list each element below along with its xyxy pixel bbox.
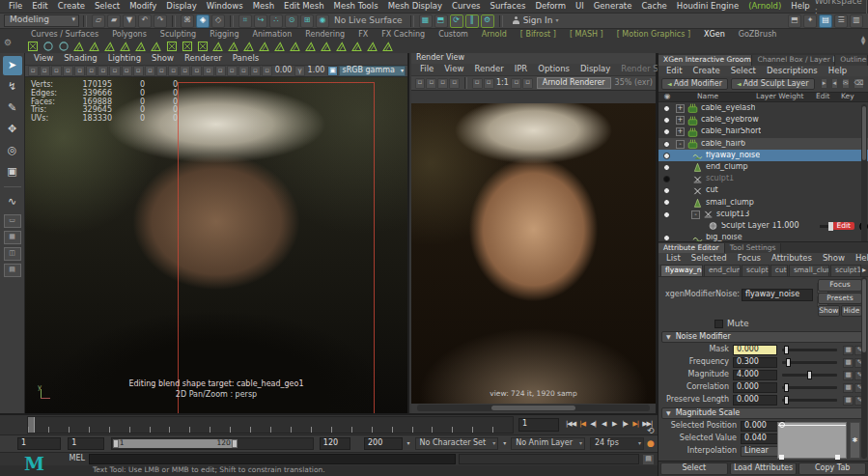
xgen-place-guides-icon[interactable] — [102, 40, 117, 53]
shelf-tab-fx[interactable]: FX — [352, 31, 374, 40]
magnitude-scale-section-header[interactable]: ▼ Magnitude Scale — [661, 407, 865, 419]
add-sculpt-layer-button[interactable]: ◄Add Sculpt Layer — [731, 78, 815, 91]
go-to-start-button[interactable]: |◀◀ — [565, 419, 576, 432]
current-frame-field[interactable]: 1 — [518, 418, 559, 432]
menu-modify[interactable]: Modify — [125, 0, 161, 12]
redo-render-icon[interactable]: ▫ — [415, 78, 426, 89]
tree-row-cut[interactable]: cut — [658, 185, 868, 197]
groom-sculpt-icon[interactable] — [380, 40, 395, 53]
layer-weight-slider[interactable] — [820, 225, 829, 228]
groom-length-icon[interactable] — [241, 40, 256, 53]
groom-comb-icon[interactable] — [226, 40, 240, 53]
slider-handle[interactable] — [828, 222, 833, 231]
ramp-widget[interactable] — [777, 422, 847, 459]
paint-select-tool[interactable]: ✎ — [3, 98, 22, 118]
shelf-tab-gozbrush[interactable]: GoZBrush — [733, 31, 783, 40]
play-backwards-button[interactable]: ◀ — [599, 419, 608, 432]
next-frame-button[interactable]: |▶ — [620, 419, 630, 432]
bookmark-icon[interactable]: ▫ — [63, 66, 73, 76]
open-scene-icon[interactable]: ▰ — [107, 14, 121, 28]
remove-image-icon[interactable]: ▫ — [522, 78, 533, 89]
visibility-toggle[interactable] — [658, 235, 674, 241]
select-hierarchy-icon[interactable]: ⌘ — [181, 14, 194, 28]
select-tool[interactable]: ➤ — [3, 56, 22, 75]
shelf-tab-curves-surfaces[interactable]: Curves / Surfaces — [25, 31, 104, 40]
xgen-length-icon[interactable] — [133, 40, 148, 53]
render-view-menu-options[interactable]: Options — [533, 65, 574, 73]
xgen-editor-toggle-icon[interactable]: ✦ — [803, 14, 817, 28]
xgen-guide-icon[interactable] — [71, 40, 86, 53]
visibility-toggle[interactable] — [658, 105, 674, 112]
xgen-comb-icon[interactable] — [87, 40, 101, 53]
menu-deform[interactable]: Deform — [530, 0, 571, 12]
zoom-one-to-one-button[interactable]: 1:1 — [496, 79, 509, 88]
viewport-menu-panels[interactable]: Panels — [228, 54, 264, 63]
snap-projected-center-icon[interactable]: ⊙ — [285, 14, 298, 28]
ae-menu-help[interactable]: Help — [851, 254, 868, 263]
groom-menu-edit[interactable]: Edit — [661, 67, 686, 75]
menu-mesh-tools[interactable]: Mesh Tools — [329, 0, 383, 12]
shelf-tab-rigging[interactable]: Rigging — [204, 31, 244, 40]
groom-menu-create[interactable]: Create — [687, 67, 724, 75]
select-component-icon[interactable]: ◇ — [211, 14, 225, 28]
render-view-menu-render[interactable]: Render — [469, 65, 508, 73]
textured-icon[interactable]: ▫ — [191, 66, 202, 76]
arnold-renderer-dropdown[interactable]: Arnold Renderer — [537, 77, 611, 90]
menu-windows[interactable]: Windows — [202, 0, 248, 12]
menu-help[interactable]: Help — [786, 0, 814, 12]
sign-in-button[interactable]: Sign In▾ — [513, 16, 559, 26]
groom-smooth-icon[interactable] — [319, 40, 333, 53]
tree-row-cable-hair6[interactable]: -cable_hair6 — [658, 138, 868, 150]
presets-button[interactable]: Presets — [818, 293, 862, 304]
attribute-value-field[interactable]: 4.000 — [733, 370, 777, 380]
attribute-slider[interactable] — [782, 361, 837, 364]
attribute-editor-vscrollbar[interactable] — [861, 277, 867, 459]
menu-surfaces[interactable]: Surfaces — [486, 0, 531, 12]
attribute-value-field[interactable]: 0.000 — [733, 382, 777, 393]
xgen-groom-tool[interactable]: ∿ — [3, 192, 22, 211]
ae-menu-selected[interactable]: Selected — [686, 254, 732, 263]
shelf-tab-bifrost[interactable]: [ Bifrost ] — [515, 31, 562, 40]
noise-modifier-section-header[interactable]: ▼ Noise Modifier — [661, 331, 865, 343]
chevron-icon[interactable]: ▾ — [403, 437, 415, 450]
multisample-aa-icon[interactable]: ▫ — [250, 66, 261, 76]
anim-layer-dropdown[interactable]: No Anim Layer — [511, 437, 585, 450]
xgen-density-icon[interactable] — [118, 40, 132, 53]
ae-menu-focus[interactable]: Focus — [733, 254, 766, 263]
animation-start-field[interactable]: 1 — [17, 437, 61, 450]
viewport-menu-lighting[interactable]: Lighting — [103, 54, 146, 63]
groom-frizz-icon[interactable] — [334, 40, 349, 53]
gamma-icon[interactable]: γ — [294, 66, 305, 76]
menu-cache[interactable]: Cache — [636, 0, 671, 12]
tree-row-sculpt-layer-1[interactable]: Sculpt Layer 11.000Edit — [658, 220, 868, 232]
render-view-menu-ipr[interactable]: IPR — [510, 65, 533, 73]
expander-collapsed[interactable]: + — [676, 104, 685, 113]
node-tab-flyaway-noise[interactable]: flyaway_noise — [660, 265, 703, 275]
2d-pan-zoom-icon[interactable]: ▫ — [86, 66, 97, 76]
make-live-icon[interactable]: ◉ — [316, 14, 329, 28]
expand-all-icon[interactable]: ▸ — [821, 78, 827, 89]
tool-settings-toggle-icon[interactable]: ☰ — [834, 14, 848, 28]
lock-camera-icon[interactable]: ▫ — [40, 66, 50, 76]
visibility-toggle[interactable] — [658, 117, 674, 124]
menu-houdini-engine[interactable]: Houdini Engine — [672, 0, 743, 12]
attribute-slider[interactable] — [782, 386, 837, 389]
range-slider-bar[interactable]: 1 120 — [113, 439, 238, 448]
shelf-tab-animation[interactable]: Animation — [246, 31, 297, 40]
ae-menu-show[interactable]: Show — [818, 254, 850, 263]
range-end-handle[interactable] — [232, 439, 238, 448]
visibility-toggle[interactable] — [658, 141, 674, 148]
command-line-label[interactable]: MEL — [64, 455, 89, 463]
tree-row-sculpt13[interactable]: -sculpt13 — [658, 209, 868, 220]
render-view-menu-view[interactable]: View — [439, 65, 468, 73]
modeling-toolkit-toggle-icon[interactable]: ⬒ — [788, 14, 801, 28]
lasso-select-tool[interactable]: ↯ — [3, 77, 22, 97]
shelf-tab-xgen[interactable]: XGen — [698, 31, 731, 40]
script-editor-icon[interactable]: ▤ — [642, 454, 655, 465]
node-tab-sculpt13[interactable]: sculpt13 — [830, 265, 861, 275]
ipr-render-icon[interactable]: ⟳ — [450, 14, 463, 28]
groom-density-icon[interactable] — [350, 40, 364, 53]
playback-start-field[interactable]: 1 — [68, 437, 104, 450]
tree-row-sculpt1[interactable]: sculpt1 — [658, 173, 868, 184]
map-icon[interactable]: ▩ — [843, 346, 854, 355]
